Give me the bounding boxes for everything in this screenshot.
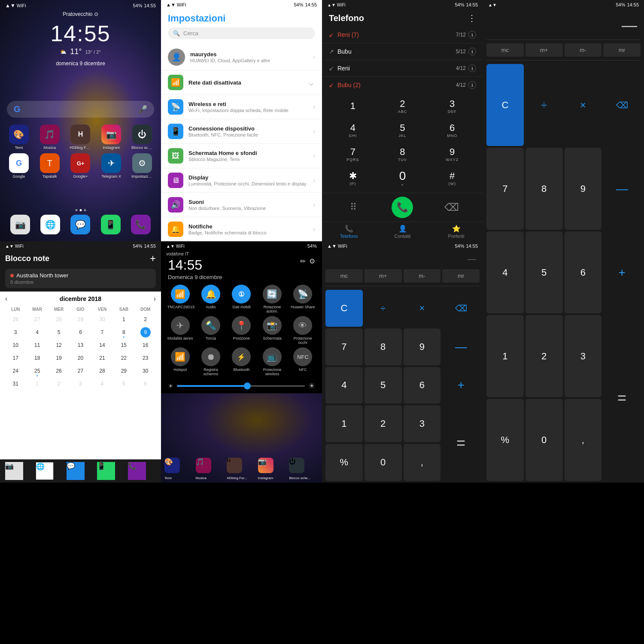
calc-btn-5[interactable]: 5 [526,231,563,313]
app-hdblog[interactable]: H HDblog For... [67,125,94,150]
qs-tile-wireless-proj[interactable]: 📺 Proiezione wireless [258,347,286,376]
tab-telefono[interactable]: 📞 Telefono [322,225,376,239]
cal-day-7[interactable]: 7 [92,326,112,338]
settings-user-item[interactable]: 👤 maurydes HUAWEI ID, Cloud, AppGallery … [161,44,322,70]
phone2-comma[interactable]: , [404,444,441,481]
cal-day-2-dec[interactable]: 2 [135,313,156,325]
notes-dock-camera[interactable]: 📷 [5,462,33,480]
notes-dock-chrome[interactable]: 🌐 [36,462,64,480]
qs-app-musica[interactable]: 🎵 Musica [196,458,225,481]
calc-btn-minus[interactable]: — [603,148,641,230]
calc-btn-6[interactable]: 6 [565,231,602,313]
phone2-mc[interactable]: mc [325,269,363,283]
settings-search[interactable]: 🔍 Cerca [168,27,315,39]
tab-contatti[interactable]: 👤 Contatti [376,225,429,239]
qs-tile-huawei-share[interactable]: 📡 Huawei Share [289,285,317,313]
dial-star[interactable]: ✱(P) [329,167,377,189]
app-telegram[interactable]: ✈ Telegram X [97,153,125,179]
calc-mr[interactable]: mr [603,43,641,57]
cal-day-1-next[interactable]: 1 [27,378,47,390]
search-bar[interactable]: G 🎤 [7,101,154,118]
dialpad-toggle-btn[interactable]: ⠿ [329,197,378,218]
info-icon-1[interactable]: ℹ [468,31,476,39]
cal-day-6[interactable]: 6 [70,326,91,338]
qs-app-hdblog[interactable]: H HDblog For... [227,458,256,481]
dial-6[interactable]: 6MNO [428,119,476,141]
notes-dock-messages[interactable]: 💬 [67,462,94,480]
cal-day-29[interactable]: 29 [113,365,134,377]
phone2-4[interactable]: 4 [325,367,363,404]
app-blocco[interactable]: ⏻ Blocco sche... [128,125,156,150]
cal-day-5[interactable]: 5 [49,326,69,338]
dial-0[interactable]: 0+ [379,167,427,189]
calc-btn-c[interactable]: C [486,64,524,146]
qs-tile-location[interactable]: 📍 Posizione [228,316,255,345]
phone2-mminus[interactable]: m- [404,269,441,283]
qs-app-instagram[interactable]: 📷 Instagram [258,458,288,481]
toggle-icon[interactable]: ⌄ [307,77,315,88]
calc-btn-del[interactable]: ⌫ [603,64,641,146]
phone2-plus[interactable]: + [442,367,480,404]
cal-prev-btn[interactable]: ‹ [5,295,7,303]
cal-day-10[interactable]: 10 [5,339,26,351]
dial-1[interactable]: 1 [329,95,377,117]
calc-btn-pct[interactable]: % [486,399,524,481]
cal-day-8[interactable]: 8• [113,326,134,338]
phone2-5[interactable]: 5 [365,367,402,404]
settings-sounds[interactable]: 🔊 Suoni Non disturbare, Suoneria, Vibraz… [161,193,322,217]
dock-messages[interactable]: 💬 [67,215,94,234]
cal-day-23[interactable]: 23 [135,352,156,364]
cal-day-16[interactable]: 16 [135,339,156,351]
qs-tile-hotspot[interactable]: 📶 Hotspot [166,347,194,376]
calc-btn-1[interactable]: 1 [486,315,524,397]
cal-day-14[interactable]: 14 [92,339,112,351]
phone2-mul[interactable]: × [404,290,441,327]
dial-9[interactable]: 9WXYZ [428,143,476,165]
calc-btn-7[interactable]: 7 [486,148,524,230]
dial-4[interactable]: 4GHI [329,119,377,141]
recent-bubu-2[interactable]: ↙ Bubu (2) 4/12 ℹ [322,77,483,91]
phone2-3[interactable]: 3 [404,405,441,442]
recent-reni[interactable]: ↙ Reni 4/12 ℹ [322,60,483,77]
notes-dock-whatsapp[interactable]: 📱 [97,462,125,480]
phone2-0[interactable]: 0 [365,444,402,481]
info-icon-2[interactable]: ℹ [468,48,476,55]
settings-display[interactable]: 🖥 Display Luminosità, Protezione occhi, … [161,168,322,193]
qs-tile-rotation[interactable]: 🔄 Rotazione autom. [258,285,286,313]
dial-2[interactable]: 2ABC [379,95,427,117]
app-googleplus[interactable]: G+ Google+ [67,153,94,179]
calc-btn-equals[interactable]: = [603,315,641,481]
phone-menu-icon[interactable]: ⋮ [468,13,476,23]
phone2-div[interactable]: ÷ [365,290,402,327]
phone2-1[interactable]: 1 [325,405,363,442]
cal-day-29-prev[interactable]: 29 [70,313,91,325]
qs-tile-data[interactable]: ① Dati mobili [228,285,255,313]
cal-day-20[interactable]: 20 [70,352,91,364]
phone2-8[interactable]: 8 [365,328,402,365]
mic-icon[interactable]: 🎤 [138,105,147,114]
phone2-c[interactable]: C [325,290,363,327]
phone2-pct[interactable]: % [325,444,363,481]
cal-day-17[interactable]: 17 [5,352,26,364]
cal-day-9-today[interactable]: 9 [135,326,156,338]
cal-day-19[interactable]: 19 [49,352,69,364]
cal-day-15[interactable]: 15 [113,339,134,351]
app-instagram[interactable]: 📷 Instagram [97,125,125,150]
cal-day-27-prev[interactable]: 27 [27,313,47,325]
cal-day-22[interactable]: 22 [113,352,134,364]
qs-tile-bluetooth[interactable]: ⚡ Bluetooth [228,347,255,376]
qs-tile-wifi[interactable]: 📶 TNCAPC29D15 [166,285,194,313]
cal-day-31[interactable]: 31 [5,378,26,390]
calc-btn-3[interactable]: 3 [565,315,602,397]
phone2-equals[interactable]: = [442,405,480,481]
settings-notifications[interactable]: 🔔 Notifiche Badge, Notifiche schermata d… [161,217,322,241]
cal-day-12[interactable]: 12 [49,339,69,351]
info-icon-3[interactable]: ℹ [468,64,476,72]
dial-8[interactable]: 8TUV [379,143,427,165]
calc-btn-div[interactable]: ÷ [526,64,563,146]
settings-wireless[interactable]: 📡 Wireless e reti Wi-Fi, Impostazioni do… [161,95,322,119]
phone2-minus-op[interactable]: — [442,328,480,365]
cal-day-21[interactable]: 21 [92,352,112,364]
phone2-mplus[interactable]: m+ [365,269,402,283]
qs-tile-screenshot[interactable]: 📸 Schermata [258,316,286,345]
